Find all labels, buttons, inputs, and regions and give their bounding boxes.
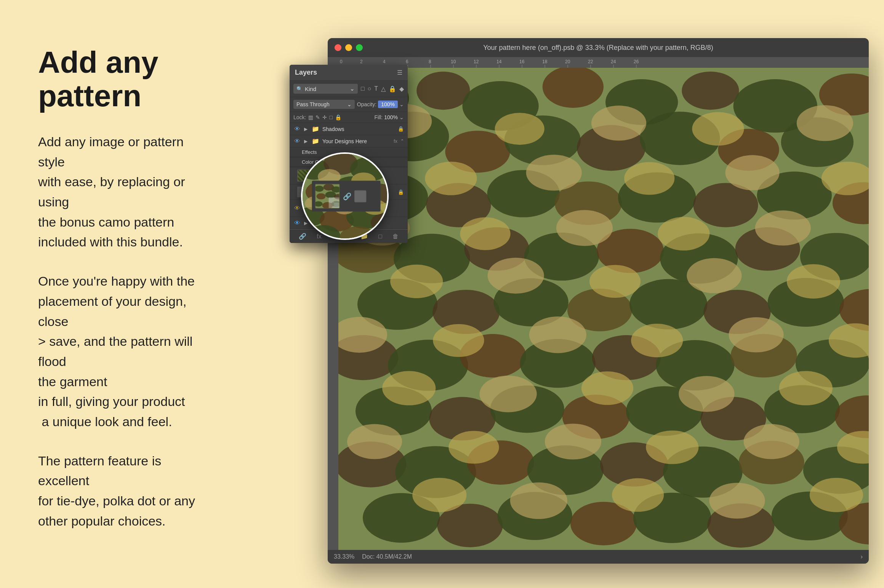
- eye-icon-designs[interactable]: 👁: [293, 138, 301, 145]
- svg-point-125: [488, 258, 544, 294]
- svg-text:24: 24: [611, 59, 616, 64]
- opacity-value[interactable]: 100%: [378, 101, 398, 108]
- eye-icon-shadows[interactable]: 👁: [293, 126, 301, 133]
- zoom-level: 33.33%: [334, 553, 354, 560]
- svg-rect-180: [329, 198, 334, 203]
- lock-label: Lock:: [293, 114, 306, 120]
- svg-point-149: [709, 483, 765, 519]
- smart-icon[interactable]: 🔒: [389, 85, 396, 93]
- svg-text:12: 12: [474, 59, 479, 64]
- lock-move-icon[interactable]: ✛: [322, 114, 327, 120]
- expand-shadows[interactable]: ▶: [304, 126, 309, 132]
- close-button[interactable]: [335, 44, 341, 51]
- svg-point-120: [460, 217, 510, 250]
- opacity-label: Opacity:: [357, 101, 376, 107]
- layer-shadows[interactable]: 👁 ▶ 📁 Shadows 🔒: [290, 123, 408, 135]
- photoshop-window: Your pattern here (on_off).psb @ 33.3% (…: [328, 38, 869, 564]
- lock-icon-shadows: 🔒: [398, 126, 404, 132]
- svg-point-112: [692, 112, 744, 145]
- paragraph-1: Add any image or pattern stylewith ease,…: [38, 132, 206, 252]
- fill-arrow[interactable]: ⌄: [399, 114, 404, 120]
- svg-point-123: [755, 211, 811, 246]
- svg-point-147: [510, 483, 567, 519]
- svg-text:4: 4: [383, 59, 386, 64]
- fill-value[interactable]: 100%: [384, 114, 398, 120]
- layer-your-designs[interactable]: 👁 ▶ 📁 Your Designs Here fx ⌃: [290, 135, 408, 147]
- svg-point-126: [589, 265, 641, 298]
- svg-point-173: [317, 193, 326, 200]
- shape-icon[interactable]: △: [381, 85, 386, 93]
- pixel-icon[interactable]: □: [361, 85, 365, 92]
- paragraph-2: Once you're happy with theplacement of y…: [38, 271, 206, 432]
- paragraph-3: The pattern feature is excellentfor tie-…: [38, 451, 206, 531]
- layer-name-designs: Your Designs Here: [322, 138, 391, 144]
- expand-designs[interactable]: ▶: [304, 139, 309, 144]
- eye-icon-product[interactable]: 👁: [293, 205, 301, 212]
- svg-point-124: [390, 265, 443, 298]
- svg-point-115: [526, 155, 582, 190]
- svg-text:10: 10: [451, 59, 456, 64]
- svg-point-137: [581, 371, 633, 405]
- adjustment-icon[interactable]: ○: [368, 85, 372, 92]
- opacity-arrow[interactable]: ⌄: [399, 101, 404, 107]
- kind-chevron: ⌄: [350, 85, 355, 92]
- svg-point-133: [729, 317, 784, 352]
- svg-text:14: 14: [496, 59, 502, 64]
- layers-menu-icon[interactable]: ☰: [397, 69, 402, 76]
- lock-pixel-icon[interactable]: ▥: [308, 114, 313, 120]
- maximize-button[interactable]: [356, 44, 363, 51]
- svg-point-142: [545, 423, 601, 459]
- circle-layer-display: 🔗: [312, 181, 381, 212]
- lock-artboard-icon[interactable]: □: [329, 114, 332, 120]
- ruler-marks-svg: 0 2 4 6 8 10 12 14 16 18 20: [339, 57, 869, 68]
- delete-footer-icon[interactable]: 🗑: [392, 233, 399, 240]
- blend-mode-label: Pass Through: [296, 101, 330, 107]
- left-content: Add any pattern Add any image or pattern…: [38, 46, 206, 550]
- extra-icon[interactable]: ◆: [399, 85, 404, 93]
- lock-icons: ▥ ✎ ✛ □ 🔒: [308, 114, 341, 120]
- arrow-icon: ›: [861, 553, 863, 560]
- svg-point-139: [779, 371, 833, 405]
- kind-label: Kind: [305, 86, 316, 92]
- doc-size: Doc: 40.5M/42.2M: [362, 553, 412, 560]
- blend-mode-dropdown[interactable]: Pass Through ⌄: [293, 100, 355, 109]
- chevron-designs: ⌃: [400, 139, 404, 144]
- svg-text:0: 0: [340, 59, 343, 64]
- svg-point-140: [347, 424, 402, 459]
- svg-point-141: [448, 431, 499, 463]
- layers-kind-row: 🔍 Kind ⌄ □ ○ T △ 🔒 ◆: [290, 81, 408, 97]
- svg-text:8: 8: [429, 59, 431, 64]
- eye-icon-bg[interactable]: 👁: [293, 220, 301, 227]
- type-icon[interactable]: T: [374, 85, 378, 92]
- fill-label: Fill:: [374, 114, 383, 120]
- svg-point-127: [687, 258, 741, 293]
- svg-point-121: [556, 210, 613, 246]
- svg-text:16: 16: [519, 59, 525, 64]
- ruler-horizontal: 0 2 4 6 8 10 12 14 16 18 20: [328, 57, 869, 68]
- chain-icon-circle: 🔗: [343, 192, 351, 200]
- fx-icon-designs[interactable]: fx: [394, 138, 397, 144]
- svg-text:2: 2: [360, 59, 363, 64]
- kind-icons: □ ○ T △ 🔒 ◆: [361, 85, 404, 93]
- lock-brush-icon[interactable]: ✎: [315, 114, 320, 120]
- lock-all-icon[interactable]: 🔒: [335, 114, 341, 120]
- folder-icon-designs: 📁: [312, 137, 319, 145]
- fill-group: Fill: 100% ⌄: [374, 114, 404, 120]
- svg-point-144: [744, 424, 799, 459]
- circle-thumb-svg: [315, 184, 340, 209]
- svg-point-143: [646, 430, 698, 464]
- svg-text:22: 22: [588, 59, 593, 64]
- svg-point-110: [495, 113, 544, 145]
- svg-point-136: [480, 375, 537, 412]
- blend-opacity-row: Pass Through ⌄ Opacity: 100% ⌄: [290, 97, 408, 112]
- layers-panel-title: Layers: [295, 69, 317, 77]
- svg-point-40: [543, 68, 604, 108]
- kind-dropdown[interactable]: 🔍 Kind ⌄: [293, 84, 358, 94]
- lock-icon-distresse: 🔒: [398, 189, 404, 195]
- svg-text:20: 20: [565, 59, 570, 64]
- minimize-button[interactable]: [345, 44, 352, 51]
- svg-point-130: [433, 324, 484, 357]
- window-title: Your pattern here (on_off).psb @ 33.3% (…: [483, 44, 713, 52]
- canvas-area: 2 3 3: [328, 68, 869, 564]
- svg-point-42: [682, 72, 739, 110]
